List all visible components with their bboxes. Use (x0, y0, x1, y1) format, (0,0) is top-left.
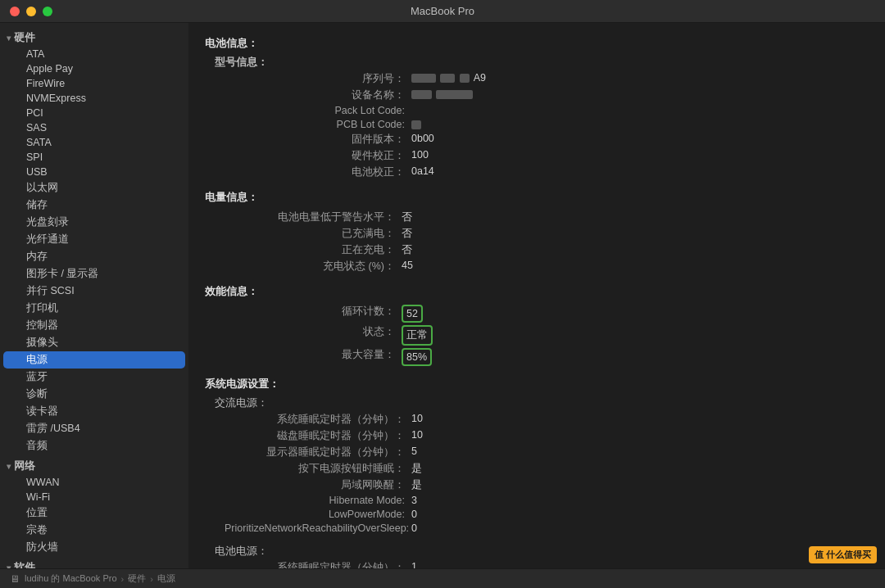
sidebar-item-memory[interactable]: 内存 (3, 248, 185, 265)
sidebar-item-controller[interactable]: 控制器 (3, 317, 185, 334)
breadcrumb-sep1: › (121, 574, 125, 584)
breadcrumb-sep2: › (150, 574, 153, 584)
ac-hibernate-value: 3 (411, 494, 869, 507)
sidebar-item-sas[interactable]: SAS (3, 120, 185, 135)
sidebar-item-graphics[interactable]: 图形卡 / 显示器 (3, 265, 185, 283)
pcb-lot-label: PCB Lot Code: (225, 118, 405, 131)
low-warning-value: 否 (402, 210, 869, 225)
ac-wake-lan-label: 局域网唤醒： (225, 477, 405, 493)
ac-sys-sleep-label: 系统睡眠定时器（分钟）： (225, 412, 405, 427)
sidebar-item[interactable]: ATA (3, 47, 185, 61)
sidebar-item-camera[interactable]: 摄像头 (3, 334, 185, 351)
battery-rev-label: 电池校正： (225, 165, 405, 180)
sidebar-section-hardware[interactable]: ▾ 硬件 (0, 29, 188, 47)
statusbar-path1: ludihu 的 MacBook Pro (25, 572, 117, 585)
cycle-count-highlight: 52 (402, 305, 423, 323)
maximize-button[interactable] (43, 7, 52, 16)
max-capacity-label: 最大容量： (215, 347, 395, 367)
sidebar-item-audio[interactable]: 音频 (3, 437, 185, 455)
sidebar-item-fiber[interactable]: 光纤通道 (3, 231, 185, 248)
sidebar-item-wwan[interactable]: WWAN (3, 475, 185, 490)
sidebar-item-ethernet[interactable]: 以太网 (3, 179, 185, 197)
sidebar-item-cardreader[interactable]: 读卡器 (3, 403, 185, 420)
charging-value: 否 (402, 242, 869, 258)
sidebar-item-volume[interactable]: 宗卷 (3, 522, 185, 539)
charge-info-title: 电量信息： (205, 190, 869, 205)
bp-sys-sleep-label: 系统睡眠定时器（分钟）： (225, 560, 405, 568)
charging-label: 正在充电： (215, 242, 395, 258)
device-name-value (411, 88, 869, 103)
sidebar-hardware-label: 硬件 (14, 31, 35, 45)
battery-power-title: 电池电源： (215, 545, 268, 557)
ac-lowpower-value: 0 (411, 508, 869, 521)
battery-info-title: 电池信息： (205, 36, 869, 51)
low-warning-label: 电池电量低于警告水平： (215, 210, 395, 225)
sidebar-item-power[interactable]: 电源 (3, 351, 185, 369)
ac-disk-sleep-label: 磁盘睡眠定时器（分钟）： (225, 428, 405, 444)
window-controls (10, 7, 52, 16)
serial-label: 序列号： (225, 71, 405, 87)
max-capacity-value: 85% (402, 347, 869, 367)
firmware-label: 固件版本： (225, 132, 405, 147)
network-arrow-icon: ▾ (7, 462, 11, 471)
battery-info-grid: 序列号： A9 设备名称： Pack Lot Code: PCB Lot Cod… (225, 71, 869, 180)
ac-power-title: 交流电源： (215, 397, 268, 409)
sidebar-item-bluetooth[interactable]: 蓝牙 (3, 369, 185, 386)
sidebar-item-diagnostics[interactable]: 诊断 (3, 386, 185, 403)
pack-lot-label: Pack Lot Code: (225, 104, 405, 117)
condition-highlight: 正常 (402, 325, 433, 346)
model-info-label: 型号信息： (215, 57, 268, 68)
sidebar-item-applepay[interactable]: Apple Pay (3, 61, 185, 76)
sidebar-item-scsi[interactable]: 并行 SCSI (3, 283, 185, 300)
device-name-label: 设备名称： (225, 88, 405, 103)
max-capacity-highlight: 85% (402, 348, 432, 366)
sidebar-network-label: 网络 (14, 459, 35, 473)
charge-state-value: 45 (402, 259, 869, 274)
statusbar-path2: 硬件 (128, 572, 146, 585)
pack-lot-value (411, 104, 869, 117)
hardware-rev-value: 100 (411, 148, 869, 164)
firmware-value: 0b00 (411, 132, 869, 147)
titlebar: MacBook Pro (0, 0, 885, 23)
bp-sys-sleep-value: 1 (411, 560, 869, 568)
window-title: MacBook Pro (411, 5, 474, 17)
ac-display-sleep-value: 5 (411, 445, 869, 460)
hardware-rev-label: 硬件校正： (225, 148, 405, 164)
sidebar-item-nvmexpress[interactable]: NVMExpress (3, 91, 185, 106)
performance-info-title: 效能信息： (205, 284, 869, 299)
sidebar-item-sata[interactable]: SATA (3, 135, 185, 150)
watermark: 值 什么值得买 (809, 546, 877, 563)
ac-disk-sleep-value: 10 (411, 428, 869, 444)
ac-power-grid: 系统睡眠定时器（分钟）： 10 磁盘睡眠定时器（分钟）： 10 显示器睡眠定时器… (225, 412, 869, 535)
sidebar-section-software[interactable]: ▾ 软件 (0, 559, 188, 568)
ac-lowpower-label: LowPowerMode: (225, 508, 405, 521)
condition-value: 正常 (402, 324, 869, 346)
fully-charged-value: 否 (402, 226, 869, 242)
sidebar-item-firewall[interactable]: 防火墙 (3, 539, 185, 556)
sidebar-item-storage[interactable]: 储存 (3, 197, 185, 214)
battery-rev-value: 0a14 (411, 165, 869, 180)
statusbar: 🖥 ludihu 的 MacBook Pro › 硬件 › 电源 (0, 568, 885, 588)
sidebar-item-optical[interactable]: 光盘刻录 (3, 214, 185, 231)
minimize-button[interactable] (26, 7, 36, 16)
ac-display-sleep-label: 显示器睡眠定时器（分钟）： (225, 445, 405, 460)
sidebar-item-pci[interactable]: PCI (3, 106, 185, 120)
sidebar-item-wifi[interactable]: Wi-Fi (3, 490, 185, 504)
close-button[interactable] (10, 7, 20, 16)
ac-power-btn-sleep-label: 按下电源按钮时睡眠： (225, 461, 405, 477)
sidebar-section-network[interactable]: ▾ 网络 (0, 458, 188, 475)
cycle-count-value: 52 (402, 304, 869, 323)
sidebar-item-printer[interactable]: 打印机 (3, 300, 185, 317)
ac-hibernate-label: Hibernate Mode: (225, 494, 405, 507)
sidebar-item-usb[interactable]: USB (3, 165, 185, 179)
main-area: ▾ 硬件 ATA Apple Pay FireWire NVMExpress P… (0, 23, 885, 568)
ac-prioritize-label: PrioritizeNetworkReachabilityOverSleep: (225, 522, 405, 535)
sidebar-item-spi[interactable]: SPI (3, 150, 185, 165)
computer-icon: 🖥 (10, 573, 20, 585)
ac-sys-sleep-value: 10 (411, 412, 869, 427)
content-area: 电池信息： 型号信息： 序列号： A9 设备名称： Pack Lot Code:… (188, 23, 885, 568)
sidebar-item-thunderbolt[interactable]: 雷雳 /USB4 (3, 420, 185, 437)
sidebar-item-location[interactable]: 位置 (3, 504, 185, 522)
sidebar-item-firewire[interactable]: FireWire (3, 76, 185, 91)
fully-charged-label: 已充满电： (215, 226, 395, 242)
